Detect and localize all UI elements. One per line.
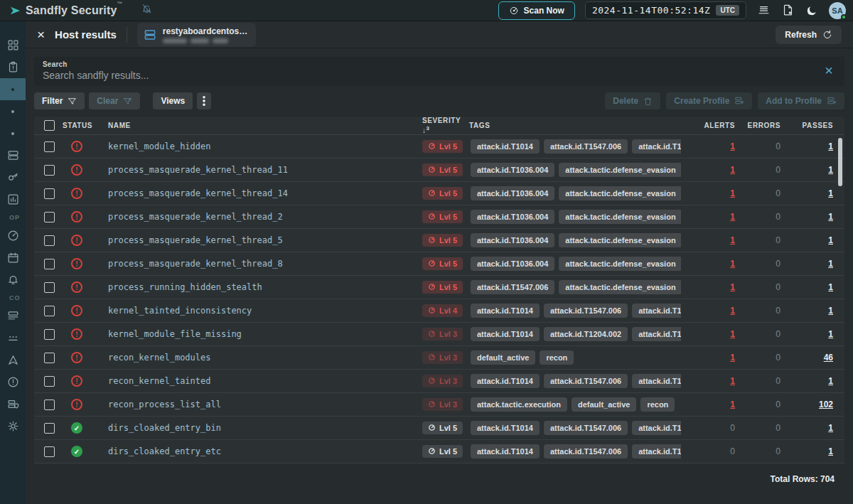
row-checkbox[interactable] [44,400,55,410]
sandfly-name-link[interactable]: process_masquerade_kernel_thread_2 [108,212,422,222]
sandfly-name-link[interactable]: process_masquerade_kernel_thread_8 [108,259,422,269]
passes-count[interactable]: 1 [828,212,833,222]
alerts-count[interactable]: 1 [730,353,735,363]
sidebar-item-results[interactable] [0,56,26,78]
sidebar-item-schedule[interactable] [0,247,26,269]
refresh-button[interactable]: Refresh [776,26,842,44]
row-checkbox[interactable] [44,446,55,457]
search-clear-icon[interactable]: × [822,63,836,79]
sidebar-item-dashboard[interactable] [0,34,26,56]
sandfly-name-link[interactable]: kernel_module_hidden [108,141,422,151]
passes-count[interactable]: 1 [828,423,833,433]
row-checkbox[interactable] [44,141,55,152]
alerts-count[interactable]: 1 [730,282,735,292]
sidebar-item-hosts[interactable] [0,144,26,166]
sandfly-name-link[interactable]: process_masquerade_kernel_thread_11 [108,165,422,175]
sidebar-item-active-subitem[interactable] [0,78,26,100]
passes-count[interactable]: 1 [828,329,833,339]
sandfly-name-link[interactable]: recon_process_list_all [108,400,422,409]
passes-count[interactable]: 1 [828,282,833,292]
sidebar-subitem-3[interactable] [0,122,26,144]
scrollbar-thumb[interactable] [838,138,842,186]
alerts-count[interactable]: 0 [730,446,735,456]
sidebar-subitem-2[interactable] [0,100,26,122]
sidebar-item-scan[interactable] [0,225,26,247]
passes-count[interactable]: 1 [828,141,833,151]
sidebar-item-errors[interactable] [0,371,26,393]
sidebar-item-profiles[interactable] [0,393,26,415]
sidebar-item-credentials[interactable] [0,327,26,349]
passes-count[interactable]: 1 [828,188,833,198]
more-options-button[interactable] [197,92,211,109]
sandfly-name-link[interactable]: dirs_cloaked_entry_bin [108,423,422,433]
alerts-count[interactable]: 1 [730,306,735,316]
delete-button[interactable]: Delete [605,92,660,109]
select-all-checkbox[interactable] [44,120,55,131]
create-profile-button[interactable]: Create Profile [666,92,752,109]
sidebar-item-host-config[interactable] [0,305,26,327]
list-icon[interactable] [756,4,771,18]
sandfly-name-link[interactable]: kernel_tainted_inconsistency [108,306,422,316]
alerts-count[interactable]: 1 [730,235,735,245]
alerts-count[interactable]: 1 [730,259,735,269]
passes-count[interactable]: 1 [828,259,833,269]
sandfly-name-link[interactable]: kernel_module_file_missing [108,329,422,339]
close-icon[interactable]: × [37,28,45,41]
alerts-count[interactable]: 1 [730,212,735,222]
row-checkbox[interactable] [44,306,55,316]
alerts-count[interactable]: 1 [730,141,735,151]
vertical-scrollbar[interactable] [838,136,842,461]
add-to-profile-button[interactable]: Add to Profile [758,92,844,109]
clear-filter-button[interactable]: Clear [89,92,140,109]
sandfly-name-link[interactable]: recon_kernel_tainted [108,376,422,386]
sandfly-name-link[interactable]: dirs_cloaked_entry_etc [108,446,422,456]
col-severity[interactable]: SEVERITY ↓3 [422,117,469,134]
alerts-count[interactable]: 1 [730,188,735,198]
passes-count[interactable]: 1 [828,165,833,175]
alerts-count[interactable]: 1 [730,376,735,386]
file-alert-icon[interactable] [780,4,795,18]
scan-now-button[interactable]: Scan Now [498,1,575,20]
alerts-count[interactable]: 1 [730,400,735,409]
notifications-muted-icon[interactable] [141,4,152,17]
passes-count[interactable]: 1 [828,235,833,245]
row-checkbox[interactable] [44,353,55,363]
sidebar-item-settings[interactable] [0,415,26,437]
sidebar-item-reports[interactable] [0,188,26,210]
sandfly-name-link[interactable]: process_masquerade_kernel_thread_5 [108,235,422,245]
brand-logo: Sandfly Security™ [10,4,123,17]
sandfly-name-link[interactable]: process_running_hidden_stealth [108,282,422,292]
row-checkbox[interactable] [44,212,55,222]
search-input[interactable] [43,70,822,81]
alerts-count[interactable]: 1 [730,329,735,339]
sandfly-name-link[interactable]: process_masquerade_kernel_thread_14 [108,188,422,198]
row-checkbox[interactable] [44,282,55,293]
tags-list: attack.id.T1014attack.id.T1547.006attack… [469,421,681,435]
sidebar-item-sandflies[interactable] [0,349,26,371]
passes-count[interactable]: 1 [828,306,833,316]
row-checkbox[interactable] [44,165,55,176]
row-checkbox[interactable] [44,376,55,387]
timezone-badge: UTC [716,5,739,16]
alerts-count[interactable]: 1 [730,165,735,175]
sandfly-name-link[interactable]: recon_kernel_modules [108,353,422,363]
alerts-count[interactable]: 0 [730,423,735,433]
dark-mode-moon-icon[interactable] [805,4,819,18]
row-checkbox[interactable] [44,188,55,199]
passes-count[interactable]: 1 [828,446,833,456]
severity-badge: Lvl 5 [422,140,463,153]
views-button[interactable]: Views [153,92,193,109]
user-avatar[interactable]: SA [829,2,846,19]
row-checkbox[interactable] [44,259,55,269]
row-checkbox[interactable] [44,423,55,434]
sidebar-item-keys[interactable] [0,166,26,188]
filter-button[interactable]: Filter [34,92,85,109]
row-checkbox[interactable] [44,235,55,246]
row-checkbox[interactable] [44,329,55,340]
sidebar-item-notifications[interactable] [0,269,26,291]
passes-count[interactable]: 1 [828,376,833,386]
passes-count[interactable]: 46 [824,353,833,363]
passes-count[interactable]: 102 [819,400,833,409]
host-tab-chip[interactable]: restyaboardcentos… [137,23,256,47]
tags-list: attack.id.T1014attack.id.T1204.002attack… [469,327,681,341]
